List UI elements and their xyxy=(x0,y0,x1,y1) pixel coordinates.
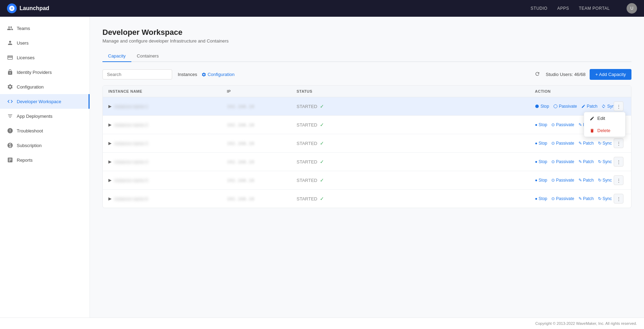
action-cell-1: Stop Passivate Patch Sync xyxy=(535,104,612,109)
expand-button-5[interactable]: ▶ xyxy=(108,178,112,183)
status-cell-6: STARTED ✓ xyxy=(297,196,535,201)
stop-button-4[interactable]: ● Stop xyxy=(535,159,547,164)
sync-button-3[interactable]: ↻ Sync xyxy=(598,141,612,146)
sidebar-troubleshoot-label: Troubleshoot xyxy=(17,128,43,133)
sync-button-6[interactable]: ↻ Sync xyxy=(598,196,612,201)
status-check-5: ✓ xyxy=(320,177,324,183)
passivate-button-4[interactable]: ⊙ Passivate xyxy=(551,159,574,164)
passivate-button-1[interactable]: Passivate xyxy=(553,104,577,109)
sync-button-5[interactable]: ↻ Sync xyxy=(598,178,612,183)
status-cell-3: STARTED ✓ xyxy=(297,140,535,146)
row-expand-6: ▶ instance-name-6 xyxy=(108,196,227,201)
table-row: ▶ instance-name-5 192.168.10 STARTED ✓ ●… xyxy=(103,171,631,190)
instance-name-3: instance-name-3 xyxy=(114,141,148,146)
stop-button-5[interactable]: ● Stop xyxy=(535,178,547,183)
search-input[interactable] xyxy=(102,69,172,79)
sidebar-identity-label: Identity Providers xyxy=(17,70,52,75)
stop-button-1[interactable]: Stop xyxy=(535,104,549,109)
more-button-6[interactable]: ⋮ xyxy=(614,194,623,204)
context-menu: Edit Delete xyxy=(584,112,626,137)
status-cell-1: STARTED ✓ xyxy=(297,104,535,109)
patch-button-1[interactable]: Patch xyxy=(581,104,598,109)
sidebar-item-identity-providers[interactable]: Identity Providers xyxy=(0,65,90,79)
studio-link[interactable]: STUDIO xyxy=(531,6,547,11)
instance-ip-2: 192.168.10 xyxy=(227,122,297,128)
instance-name-6: instance-name-6 xyxy=(114,196,148,201)
passivate-button-2[interactable]: ⊙ Passivate xyxy=(551,122,574,127)
context-menu-delete[interactable]: Delete xyxy=(584,124,625,137)
sidebar-reports-label: Reports xyxy=(17,158,33,163)
page-title: Developer Workspace xyxy=(102,28,631,37)
status-text-5: STARTED xyxy=(297,178,317,183)
delete-icon xyxy=(590,128,595,133)
page-header: Developer Workspace Manage and configure… xyxy=(102,28,631,44)
expand-button-3[interactable]: ▶ xyxy=(108,141,112,146)
expand-button-1[interactable]: ▶ xyxy=(108,104,112,109)
sidebar-item-reports[interactable]: Reports xyxy=(0,153,90,167)
sidebar-item-subscription[interactable]: Subscription xyxy=(0,138,90,153)
sidebar-item-developer-workspace[interactable]: Developer Workspace xyxy=(0,94,90,109)
gear-icon xyxy=(201,72,206,77)
expand-button-2[interactable]: ▶ xyxy=(108,122,112,127)
passivate-button-5[interactable]: ⊙ Passivate xyxy=(551,178,574,183)
context-menu-edit[interactable]: Edit xyxy=(584,112,625,124)
table-row: ▶ instance-name-6 192.168.10 STARTED ✓ ●… xyxy=(103,190,631,208)
status-cell-5: STARTED ✓ xyxy=(297,177,535,183)
more-button-5[interactable]: ⋮ xyxy=(614,175,623,185)
tab-containers[interactable]: Containers xyxy=(131,51,164,62)
add-capacity-button[interactable]: + Add Capacity xyxy=(590,69,631,80)
apps-link[interactable]: APPS xyxy=(557,6,569,11)
stop-button-3[interactable]: ● Stop xyxy=(535,141,547,146)
config-link[interactable]: Configuration xyxy=(201,72,235,77)
svg-point-1 xyxy=(554,105,557,108)
passivate-button-6[interactable]: ⊙ Passivate xyxy=(551,196,574,201)
sidebar-item-troubleshoot[interactable]: Troubleshoot xyxy=(0,123,90,138)
more-button-4[interactable]: ⋮ xyxy=(614,157,623,167)
tab-capacity[interactable]: Capacity xyxy=(102,51,131,62)
passivate-button-3[interactable]: ⊙ Passivate xyxy=(551,141,574,146)
action-cell-4: ● Stop ⊙ Passivate ✎ Patch ↻ Sync xyxy=(535,159,612,164)
status-text-4: STARTED xyxy=(297,159,317,164)
topnav-links: STUDIO APPS TEAM PORTAL U xyxy=(531,3,637,14)
row-expand-1: ▶ instance-name-1 xyxy=(108,104,227,109)
patch-button-3[interactable]: ✎ Patch xyxy=(578,141,594,146)
sidebar-item-configuration[interactable]: Configuration xyxy=(0,79,90,94)
config-label: Configuration xyxy=(208,72,235,77)
page-subtitle: Manage and configure developer Infrastru… xyxy=(102,38,631,44)
instance-ip-6: 192.168.10 xyxy=(227,196,297,201)
more-button-3[interactable]: ⋮ xyxy=(614,138,623,148)
row-expand-2: ▶ instance-name-2 xyxy=(108,122,227,128)
brand-icon xyxy=(7,3,17,13)
avatar[interactable]: U xyxy=(627,3,637,14)
more-button-1[interactable]: ⋮ xyxy=(614,101,623,111)
footer: Copyright © 2013-2022 WaveMaker, Inc. Al… xyxy=(0,317,644,329)
patch-button-4[interactable]: ✎ Patch xyxy=(578,159,594,164)
refresh-button[interactable] xyxy=(533,70,542,79)
sync-button-4[interactable]: ↻ Sync xyxy=(598,159,612,164)
sidebar: Teams Users Licenses Identity Providers … xyxy=(0,17,90,317)
row-expand-5: ▶ instance-name-5 xyxy=(108,178,227,183)
status-text-3: STARTED xyxy=(297,141,317,146)
troubleshoot-icon xyxy=(7,128,13,134)
action-cell-6: ● Stop ⊙ Passivate ✎ Patch ↻ Sync xyxy=(535,196,612,201)
deployments-icon xyxy=(7,113,13,119)
tabs-bar: Capacity Containers xyxy=(102,51,631,62)
sidebar-item-users[interactable]: Users xyxy=(0,36,90,50)
stop-button-2[interactable]: ● Stop xyxy=(535,122,547,127)
table-row: ▶ instance-name-4 192.168.10 STARTED ✓ ●… xyxy=(103,153,631,171)
patch-button-6[interactable]: ✎ Patch xyxy=(578,196,594,201)
sidebar-item-teams[interactable]: Teams xyxy=(0,21,90,36)
expand-button-6[interactable]: ▶ xyxy=(108,196,112,201)
identity-icon xyxy=(7,69,13,75)
refresh-icon xyxy=(535,71,540,77)
stop-button-6[interactable]: ● Stop xyxy=(535,196,547,201)
sidebar-config-label: Configuration xyxy=(17,84,44,90)
team-portal-link[interactable]: TEAM PORTAL xyxy=(579,6,610,11)
sidebar-item-licenses[interactable]: Licenses xyxy=(0,50,90,65)
row-expand-3: ▶ instance-name-3 xyxy=(108,141,227,146)
patch-button-5[interactable]: ✎ Patch xyxy=(578,178,594,183)
stop-icon-1 xyxy=(535,104,539,108)
teams-icon xyxy=(7,25,13,31)
expand-button-4[interactable]: ▶ xyxy=(108,159,112,164)
sidebar-item-app-deployments[interactable]: App Deployments xyxy=(0,109,90,123)
